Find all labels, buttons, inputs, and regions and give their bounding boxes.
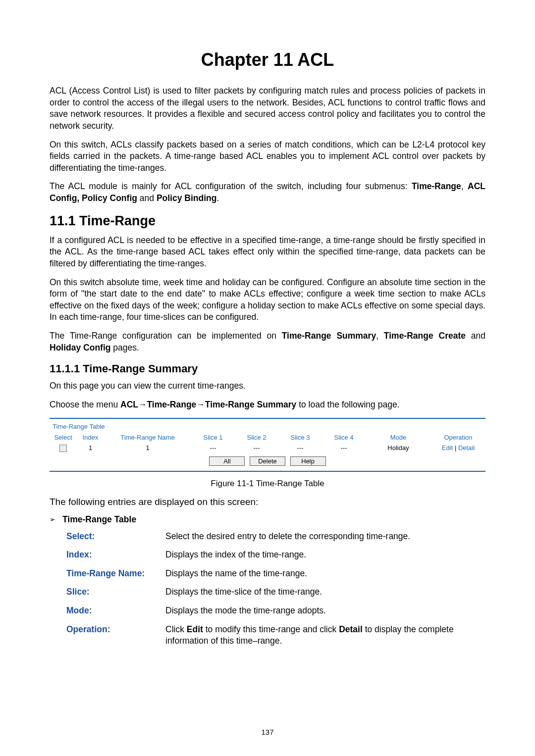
page-number: 137 xyxy=(0,728,535,736)
def-mode-term: Mode: xyxy=(66,605,165,617)
def-op-b: Edit xyxy=(187,624,203,634)
summary-para-2-b: ACL→Time-Range→Time-Range Summary xyxy=(120,400,296,409)
bullet-marker-icon: ➢ xyxy=(50,514,62,523)
row-slice1: --- xyxy=(191,443,235,454)
entries-bullet: ➢ Time-Range Table xyxy=(50,514,485,525)
summary-para-1: On this page you can view the current ti… xyxy=(50,380,485,392)
row-slice2: --- xyxy=(235,443,278,454)
tr-para-3-a: The Time-Range configuration can be impl… xyxy=(50,331,282,341)
help-button[interactable]: Help xyxy=(290,456,326,466)
intro-para-3-g: . xyxy=(216,193,219,203)
row-edit-link[interactable]: Edit xyxy=(442,444,453,452)
def-mode-desc: Displays the mode the time-range adopts. xyxy=(165,605,485,617)
intro-para-1: ACL (Access Control List) is used to fil… xyxy=(50,85,485,132)
def-operation-desc: Click Edit to modify this time-range and… xyxy=(165,624,485,647)
summary-para-2-c: to load the following page. xyxy=(296,400,399,409)
chapter-title: Chapter 11 ACL xyxy=(50,50,485,70)
intro-para-2: On this switch, ACLs classify packets ba… xyxy=(50,139,485,174)
def-index-desc: Displays the index of the time-range. xyxy=(165,549,485,561)
figure-caption: Figure 11-1 Time-Range Table xyxy=(50,479,485,489)
row-op-sep: | xyxy=(453,444,458,452)
def-slice: Slice: Displays the time-slice of the ti… xyxy=(66,586,485,598)
def-index-term: Index: xyxy=(66,549,165,561)
def-select: Select: Select the desired entry to dele… xyxy=(66,531,485,543)
time-range-table: Select Index Time-Range Name Slice 1 Sli… xyxy=(50,432,485,454)
row-detail-link[interactable]: Detail xyxy=(458,444,475,452)
intro-para-3: The ACL module is mainly for ACL configu… xyxy=(50,181,485,204)
tr-para-3-d: Time-Range Create xyxy=(384,331,466,341)
bullet-label: Time-Range Table xyxy=(62,514,136,525)
row-select-checkbox[interactable] xyxy=(59,445,67,452)
section-11-1-heading: 11.1 Time-Range xyxy=(50,213,485,229)
table-header-row: Select Index Time-Range Name Slice 1 Sli… xyxy=(50,432,485,443)
intro-para-3-b: Time-Range xyxy=(412,181,461,191)
time-range-table-title: Time-Range Table xyxy=(50,421,485,432)
col-select: Select xyxy=(50,432,77,443)
row-slice4: --- xyxy=(322,443,366,454)
subsection-11-1-1-heading: 11.1.1 Time-Range Summary xyxy=(50,362,485,375)
def-op-c: to modify this time-range and click xyxy=(203,624,339,634)
delete-button[interactable]: Delete xyxy=(250,456,285,466)
def-trname-term: Time-Range Name: xyxy=(66,568,165,580)
def-index: Index: Displays the index of the time-ra… xyxy=(66,549,485,561)
summary-para-2: Choose the menu ACL→Time-Range→Time-Rang… xyxy=(50,399,485,411)
def-op-d: Detail xyxy=(339,624,363,634)
def-slice-desc: Displays the time-slice of the time-rang… xyxy=(165,586,485,598)
col-slice2: Slice 2 xyxy=(235,432,278,443)
def-select-term: Select: xyxy=(66,531,165,543)
def-slice-term: Slice: xyxy=(66,586,165,598)
col-name: Time-Range Name xyxy=(104,432,191,443)
definitions-list: Select: Select the desired entry to dele… xyxy=(66,531,485,647)
tr-para-3-c: , xyxy=(376,331,384,341)
row-slice3: --- xyxy=(278,443,322,454)
intro-para-3-e: and xyxy=(137,193,157,203)
table-buttons: All Delete Help xyxy=(50,456,485,466)
summary-para-2-a: Choose the menu xyxy=(50,400,120,409)
col-slice1: Slice 1 xyxy=(191,432,235,443)
all-button[interactable]: All xyxy=(209,456,245,466)
def-op-a: Click xyxy=(165,624,187,634)
tr-para-3-f: Holiday Config xyxy=(50,343,110,353)
def-operation: Operation: Click Edit to modify this tim… xyxy=(66,624,485,647)
col-mode: Mode xyxy=(366,432,431,443)
row-mode: Holiday xyxy=(366,443,431,454)
def-operation-term: Operation: xyxy=(66,624,165,647)
col-slice3: Slice 3 xyxy=(278,432,322,443)
col-slice4: Slice 4 xyxy=(322,432,366,443)
tr-para-3-b: Time-Range Summary xyxy=(282,331,376,341)
def-select-desc: Select the desired entry to delete the c… xyxy=(165,531,485,543)
intro-para-3-a: The ACL module is mainly for ACL configu… xyxy=(50,181,412,191)
intro-para-3-c: , xyxy=(461,181,468,191)
col-index: Index xyxy=(77,432,104,443)
def-trname: Time-Range Name: Displays the name of th… xyxy=(66,568,485,580)
row-name: 1 xyxy=(104,443,191,454)
tr-para-3-e: and xyxy=(466,331,485,341)
col-operation: Operation xyxy=(431,432,485,443)
entries-intro: The following entries are displayed on t… xyxy=(50,497,485,507)
table-row: 1 1 --- --- --- --- Holiday Edit | Detai… xyxy=(50,443,485,454)
def-mode: Mode: Displays the mode the time-range a… xyxy=(66,605,485,617)
tr-para-3-g: pages. xyxy=(110,343,139,353)
tr-para-1: If a configured ACL is needed to be effe… xyxy=(50,235,485,270)
intro-para-3-f: Policy Binding xyxy=(157,193,217,203)
row-index: 1 xyxy=(77,443,104,454)
time-range-table-panel: Time-Range Table Select Index Time-Range… xyxy=(50,418,485,472)
tr-para-2: On this switch absolute time, week time … xyxy=(50,277,485,324)
def-trname-desc: Displays the name of the time-range. xyxy=(165,568,485,580)
tr-para-3: The Time-Range configuration can be impl… xyxy=(50,330,485,353)
